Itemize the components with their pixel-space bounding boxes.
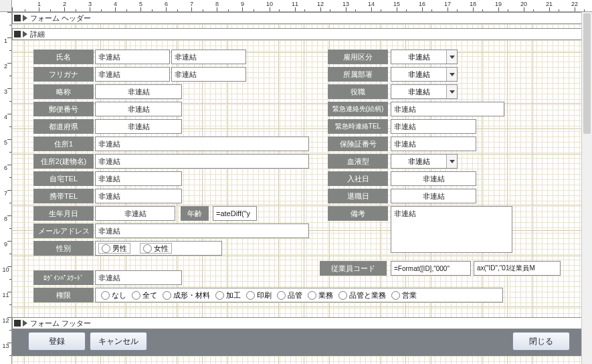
- selector-square[interactable]: [14, 15, 21, 21]
- label-emTel: 緊急時連絡TEL: [328, 119, 388, 134]
- field-zip[interactable]: 非連結: [95, 102, 182, 116]
- label-emContact: 緊急連絡先(続柄): [328, 102, 388, 116]
- horizontal-ruler: 1234567891011121314151617181920212223: [12, 0, 592, 12]
- cancel-button[interactable]: キャンセル: [90, 332, 147, 351]
- label-name: 氏名: [33, 50, 94, 64]
- field-loginPw[interactable]: 非連結: [95, 270, 182, 285]
- close-button[interactable]: 閉じる: [512, 332, 570, 351]
- field-homeTel[interactable]: 非連結: [95, 171, 182, 186]
- form-footer-area[interactable]: 登録 キャンセル 閉じる: [12, 329, 592, 356]
- radio-auth-4[interactable]: 印刷: [246, 290, 272, 300]
- radio-auth-2[interactable]: 成形・材料: [163, 290, 210, 300]
- label-zip: 郵便番号: [33, 102, 94, 116]
- label-note: 備考: [328, 206, 388, 221]
- field-email[interactable]: 非連結: [95, 223, 309, 238]
- label-homeTel: 自宅TEL: [33, 171, 94, 186]
- section-header-bar[interactable]: フォーム ヘッダー: [12, 12, 592, 24]
- design-canvas: フォーム ヘッダー 詳細 氏名 フリガナ 略称 郵便番号 都道府県 住所1 住所…: [12, 12, 592, 364]
- field-empCodeMax[interactable]: ax("ID","01従業員M: [474, 261, 561, 276]
- label-hireDate: 入社日: [328, 171, 388, 186]
- radio-auth-1[interactable]: 全て: [132, 290, 157, 300]
- vertical-scrollbar[interactable]: [581, 12, 592, 364]
- chevron-down-icon[interactable]: [446, 50, 457, 64]
- selector-square[interactable]: [14, 320, 21, 327]
- field-addr1[interactable]: 非連結: [95, 136, 309, 151]
- expand-icon[interactable]: [23, 320, 27, 327]
- field-kana-last[interactable]: 非連結: [95, 67, 170, 82]
- label-mobTel: 携帯TEL: [33, 189, 94, 203]
- label-birth: 生年月日: [33, 206, 94, 221]
- label-leaveDate: 退職日: [328, 189, 388, 203]
- section-title: フォーム フッター: [30, 318, 91, 329]
- form-header-area[interactable]: [12, 24, 592, 28]
- field-hireDate[interactable]: 非連結: [391, 171, 476, 186]
- radio-auth-3[interactable]: 加工: [215, 290, 241, 300]
- label-employType: 雇用区分: [328, 50, 388, 64]
- label-addr1: 住所1: [33, 136, 94, 151]
- trailing-area: [12, 356, 592, 364]
- field-insNo[interactable]: 非連結: [391, 136, 476, 151]
- field-birth[interactable]: 非連結: [95, 206, 175, 221]
- field-emTel[interactable]: 非連結: [391, 119, 476, 134]
- field-note[interactable]: 非連結: [391, 206, 512, 253]
- section-title: 詳細: [30, 29, 45, 39]
- ruler-corner: [0, 0, 12, 12]
- scrollbar-thumb[interactable]: [583, 13, 591, 134]
- label-sex: 性別: [33, 241, 94, 256]
- radio-auth-5[interactable]: 品管: [277, 290, 302, 300]
- vertical-ruler: 1234567891011121314: [0, 12, 12, 364]
- label-insNo: 保険証番号: [328, 136, 388, 151]
- label-role: 役職: [328, 84, 388, 99]
- field-mobTel[interactable]: 非連結: [95, 189, 182, 203]
- radio-auth-0[interactable]: なし: [101, 290, 126, 300]
- label-addr2: 住所2(建物名): [33, 154, 94, 169]
- field-pref[interactable]: 非連結: [95, 119, 182, 134]
- field-abbr[interactable]: 非連結: [95, 84, 182, 99]
- field-kana-first[interactable]: 非連結: [171, 67, 246, 82]
- radiogroup-sex[interactable]: 男性 女性: [95, 241, 222, 256]
- section-detail-bar[interactable]: 詳細: [12, 28, 592, 40]
- radio-auth-8[interactable]: 営業: [391, 290, 417, 300]
- label-empCode: 従業員コード: [320, 261, 387, 276]
- chevron-down-icon[interactable]: [446, 68, 457, 81]
- radio-female[interactable]: 女性: [140, 243, 172, 254]
- field-empCodeFmt[interactable]: =Format([ID],"000": [391, 261, 471, 276]
- selector-square[interactable]: [14, 31, 21, 37]
- expand-icon[interactable]: [23, 31, 27, 37]
- radio-auth-7[interactable]: 品管と業務: [338, 290, 386, 300]
- register-button[interactable]: 登録: [28, 332, 86, 351]
- chevron-down-icon[interactable]: [446, 85, 457, 98]
- label-loginPw: ﾛｸﾞｲﾝﾊﾟｽﾜｰﾄﾞ: [33, 270, 94, 285]
- label-dept: 所属部署: [328, 67, 388, 82]
- label-auth: 権限: [33, 288, 94, 302]
- combo-dept[interactable]: 非連結: [391, 67, 458, 82]
- label-age: 年齢: [181, 206, 209, 221]
- label-email: メールアドレス: [33, 223, 94, 238]
- combo-role[interactable]: 非連結: [391, 84, 458, 99]
- form-detail-area[interactable]: 氏名 フリガナ 略称 郵便番号 都道府県 住所1 住所2(建物名) 自宅TEL …: [12, 40, 592, 317]
- chevron-down-icon[interactable]: [446, 155, 457, 168]
- field-name-last[interactable]: 非連結: [95, 50, 170, 64]
- expand-icon[interactable]: [23, 15, 27, 21]
- section-footer-bar[interactable]: フォーム フッター: [12, 317, 592, 329]
- field-leaveDate[interactable]: 非連結: [391, 189, 476, 203]
- label-abbr: 略称: [33, 84, 94, 99]
- section-title: フォーム ヘッダー: [30, 13, 91, 23]
- label-kana: フリガナ: [33, 67, 94, 82]
- field-age[interactable]: =ateDiff("y: [213, 206, 257, 221]
- field-name-first[interactable]: 非連結: [171, 50, 246, 64]
- label-pref: 都道府県: [33, 119, 94, 134]
- radiogroup-auth[interactable]: なし全て成形・材料加工印刷品管業務品管と業務営業: [95, 288, 503, 302]
- combo-blood[interactable]: 非連結: [391, 154, 458, 169]
- field-addr2[interactable]: 非連結: [95, 154, 309, 169]
- field-emContact[interactable]: 非連結: [391, 102, 504, 116]
- label-blood: 血液型: [328, 154, 388, 169]
- radio-male[interactable]: 男性: [98, 243, 130, 254]
- radio-auth-6[interactable]: 業務: [308, 290, 333, 300]
- combo-employType[interactable]: 非連結: [391, 50, 458, 64]
